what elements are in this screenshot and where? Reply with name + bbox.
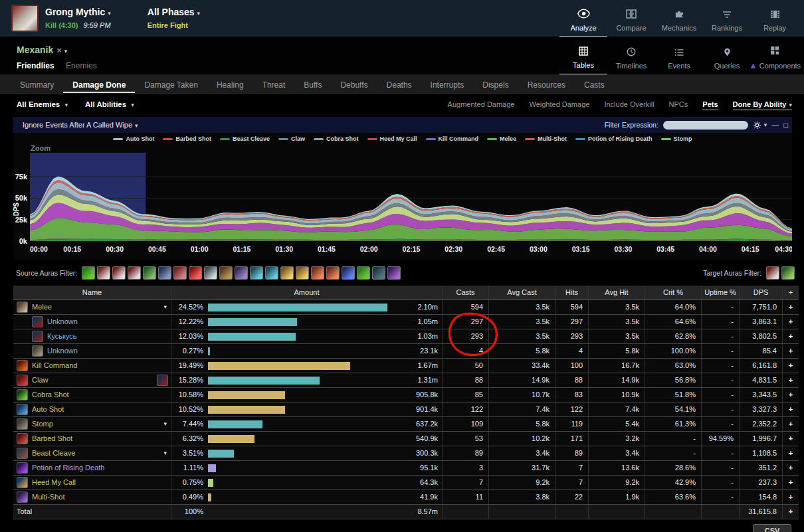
- legend-item-claw[interactable]: Claw: [278, 135, 305, 142]
- ability-name[interactable]: Unknown: [47, 344, 78, 358]
- ability-name[interactable]: Multi-Shot: [32, 490, 65, 504]
- target-aura-icon-2[interactable]: [781, 266, 795, 280]
- source-aura-icon-1[interactable]: [82, 266, 95, 280]
- ability-name[interactable]: Barbed Shot: [32, 432, 72, 446]
- tab-summary[interactable]: Summary: [11, 76, 63, 93]
- expand-caret-icon[interactable]: ▾: [163, 300, 167, 314]
- expand-plus-button[interactable]: +: [783, 476, 799, 489]
- legend-item-melee[interactable]: Melee: [487, 135, 516, 142]
- expand-caret-icon[interactable]: ▾: [163, 417, 167, 431]
- source-aura-icon-20[interactable]: [372, 266, 385, 280]
- ability-name[interactable]: Heed My Call: [32, 476, 76, 489]
- nav-item-replay[interactable]: Replay: [751, 0, 799, 37]
- expand-caret-icon[interactable]: ▾: [163, 446, 167, 460]
- friendlies-toggle[interactable]: Friendlies: [17, 61, 54, 70]
- wipe-filter-dropdown[interactable]: Ignore Events After A Called Wipe▾: [23, 121, 138, 129]
- boss-fight-dropdown[interactable]: Grong Mythic▾: [45, 7, 111, 19]
- source-aura-icon-3[interactable]: [112, 266, 126, 280]
- nav-item-analyze[interactable]: Analyze: [559, 0, 607, 37]
- legend-item-barbed-shot[interactable]: Barbed Shot: [163, 135, 211, 142]
- filter-option-include-overkill[interactable]: Include Overkill: [604, 100, 654, 110]
- phase-dropdown[interactable]: All Phases▾: [148, 7, 200, 19]
- filter-dropdown-all-abilities[interactable]: All Abilities ▾: [85, 100, 134, 108]
- ability-name[interactable]: Unknown: [47, 315, 78, 329]
- close-icon[interactable]: ×: [56, 45, 62, 55]
- source-aura-icon-7[interactable]: [173, 266, 187, 280]
- expand-plus-button[interactable]: +: [783, 300, 799, 314]
- tab-deaths[interactable]: Deaths: [377, 76, 421, 93]
- tab-casts[interactable]: Casts: [575, 76, 614, 93]
- source-aura-icon-2[interactable]: [97, 266, 110, 280]
- ability-name[interactable]: Stomp: [32, 417, 53, 431]
- expand-plus-button[interactable]: +: [783, 315, 799, 329]
- maximize-icon[interactable]: □: [783, 122, 788, 128]
- column-header-hits[interactable]: Hits: [555, 286, 589, 300]
- ability-name[interactable]: Claw: [32, 373, 48, 387]
- column-header-name[interactable]: Name: [13, 286, 171, 300]
- nav-item-timelines[interactable]: Timelines: [607, 37, 655, 74]
- legend-item-multi-shot[interactable]: Multi-Shot: [525, 135, 567, 142]
- tab-threat[interactable]: Threat: [253, 76, 295, 93]
- column-header-dps[interactable]: DPS: [740, 286, 783, 300]
- source-aura-icon-18[interactable]: [342, 266, 355, 280]
- stacked-area-chart[interactable]: 0k25k50k75k00:0000:1500:3000:4501:0001:1…: [13, 133, 792, 260]
- tab-dispels[interactable]: Dispels: [473, 76, 518, 93]
- target-aura-icon-1[interactable]: [766, 266, 779, 280]
- source-aura-icon-19[interactable]: [357, 266, 370, 280]
- source-aura-icon-8[interactable]: [189, 266, 202, 280]
- filter-option-weighted-damage[interactable]: Weighted Damage: [529, 100, 589, 110]
- column-header-crit[interactable]: Crit %: [645, 286, 702, 300]
- tab-healing[interactable]: Healing: [207, 76, 253, 93]
- legend-item-beast-cleave[interactable]: Beast Cleave: [220, 135, 270, 142]
- tab-interrupts[interactable]: Interrupts: [421, 76, 474, 93]
- tab-debuffs[interactable]: Debuffs: [331, 76, 377, 93]
- column-header-+[interactable]: +: [783, 286, 799, 300]
- expand-plus-button[interactable]: +: [783, 432, 799, 446]
- selected-target[interactable]: Mexanik×▾: [17, 44, 67, 55]
- filter-option-pets[interactable]: Pets: [702, 100, 718, 110]
- tab-damage-taken[interactable]: Damage Taken: [135, 76, 207, 93]
- filter-option-done-by-ability[interactable]: Done By Ability▾: [733, 100, 792, 110]
- nav-item-rankings[interactable]: Rankings: [703, 0, 751, 37]
- legend-item-heed-my-call[interactable]: Heed My Call: [367, 135, 417, 142]
- source-aura-icon-17[interactable]: [326, 266, 340, 280]
- expand-plus-button[interactable]: +: [783, 344, 799, 358]
- boss-portrait-icon[interactable]: [11, 5, 39, 32]
- ability-name[interactable]: Kill Command: [32, 359, 77, 373]
- nav-item-components[interactable]: ▲Components: [751, 37, 799, 74]
- expand-plus-button[interactable]: +: [783, 359, 799, 373]
- legend-item-stomp[interactable]: Stomp: [661, 135, 692, 142]
- column-header-avg-cast[interactable]: Avg Cast: [489, 286, 555, 300]
- legend-item-auto-shot[interactable]: Auto Shot: [113, 135, 154, 142]
- source-aura-icon-16[interactable]: [311, 266, 324, 280]
- nav-item-queries[interactable]: Queries: [703, 37, 751, 74]
- ability-name[interactable]: Melee: [32, 300, 52, 314]
- ability-name[interactable]: Beast Cleave: [32, 446, 75, 460]
- filter-dropdown-all-enemies[interactable]: All Enemies ▾: [17, 100, 68, 108]
- source-aura-icon-12[interactable]: [250, 266, 263, 280]
- expand-plus-button[interactable]: +: [783, 446, 799, 460]
- legend-item-cobra-shot[interactable]: Cobra Shot: [314, 135, 359, 142]
- expand-plus-button[interactable]: +: [783, 417, 799, 431]
- expand-plus-button[interactable]: +: [783, 329, 799, 343]
- nav-item-events[interactable]: Events: [655, 37, 703, 74]
- ability-name[interactable]: Auto Shot: [32, 402, 64, 416]
- column-header-amount[interactable]: Amount: [171, 286, 443, 300]
- expand-plus-button[interactable]: +: [783, 505, 799, 519]
- filter-expression-input[interactable]: [663, 121, 748, 130]
- source-aura-icon-6[interactable]: [158, 266, 171, 280]
- filter-option-npcs[interactable]: NPCs: [669, 100, 688, 110]
- expand-plus-button[interactable]: +: [783, 490, 799, 504]
- enemies-toggle[interactable]: Enemies: [66, 61, 97, 70]
- expand-plus-button[interactable]: +: [783, 373, 799, 387]
- ability-name[interactable]: Cobra Shot: [32, 388, 69, 402]
- legend-item-kill-command[interactable]: Kill Command: [426, 135, 479, 142]
- chart-settings-button[interactable]: ▾: [753, 121, 767, 130]
- legend-item-potion-of-rising-death[interactable]: Potion of Rising Death: [575, 135, 653, 142]
- filter-option-augmented-damage[interactable]: Augmented Damage: [448, 100, 515, 110]
- source-aura-icon-14[interactable]: [280, 266, 294, 280]
- source-aura-icon-4[interactable]: [128, 266, 141, 280]
- tab-resources[interactable]: Resources: [518, 76, 575, 93]
- expand-plus-button[interactable]: +: [783, 402, 799, 416]
- minimize-icon[interactable]: —: [771, 122, 779, 128]
